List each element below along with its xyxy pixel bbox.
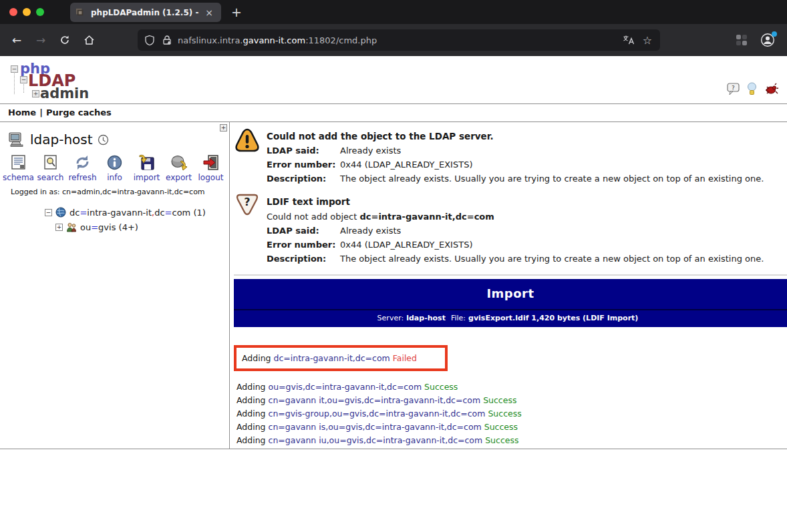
status-failed: Failed [393, 353, 417, 363]
back-button[interactable]: ← [7, 30, 27, 50]
tool-logout[interactable]: logout [196, 154, 226, 182]
entry-dn-link[interactable]: cn=gavann it,ou=gvis,dc=intra-gavann-it,… [269, 395, 481, 405]
translate-icon[interactable] [623, 35, 635, 45]
connection-lock-warning-icon[interactable] [162, 35, 172, 45]
entry-dn-link[interactable]: cn=gavann iu,ou=gvis,dc=intra-gavann-it,… [269, 435, 483, 445]
logout-icon [202, 154, 220, 171]
entry-dn-link[interactable]: cn=gvis-group,ou=gvis,dc=intra-gavann-it… [269, 409, 486, 419]
tool-search[interactable]: search [35, 154, 66, 182]
entry-dn-link[interactable]: cn=gavann is,ou=gvis,dc=intra-gavann-it,… [269, 422, 482, 432]
tool-info[interactable]: info [100, 154, 130, 182]
organizational-unit-icon [66, 222, 77, 232]
tool-label[interactable]: logout [198, 173, 224, 182]
log-row-failed: Adding dc=intra-gavann-it,dc=com Failed [242, 353, 417, 363]
ldap-error-block: Could not add the object to the LDAP ser… [234, 127, 787, 188]
home-button[interactable] [79, 30, 99, 50]
status-success: Success [485, 435, 518, 445]
tool-label[interactable]: export [166, 173, 192, 182]
question-icon: ? [236, 193, 259, 217]
server-row: ldap-host [8, 131, 229, 148]
error-field-value: 0x44 (LDAP_ALREADY_EXISTS) [340, 160, 472, 170]
report-bug-icon[interactable] [763, 83, 779, 96]
tool-label[interactable]: refresh [68, 173, 96, 182]
expand-node-icon[interactable]: + [55, 224, 63, 231]
entry-dn-link[interactable]: dc=intra-gavann-it,dc=com [274, 353, 390, 363]
phpldapadmin-logo: − − + php LDAP admin [11, 62, 144, 102]
hint-lightbulb-icon[interactable] [747, 82, 757, 97]
breadcrumb-separator: | [39, 107, 43, 117]
error-field-value: Already exists [340, 146, 401, 156]
server-name[interactable]: ldap-host [30, 131, 93, 148]
error-field-label: Description: [267, 174, 340, 184]
error-field-row: Description: The object already exists. … [267, 174, 764, 184]
breadcrumb: Home|Purge caches [0, 104, 787, 121]
bookmark-star-icon[interactable]: ☆ [643, 34, 652, 47]
error-field-row: Description: The object already exists. … [267, 254, 764, 264]
tab-favicon-icon [75, 7, 86, 17]
info-icon [106, 154, 123, 171]
tool-import[interactable]: import [132, 154, 162, 182]
browser-tab[interactable]: phpLDAPadmin (1.2.5) - × [70, 3, 221, 22]
server-tools: schema search [0, 154, 229, 182]
entry-dn-link[interactable]: ou=gvis,dc=intra-gavann-it,dc=com [269, 382, 422, 392]
status-success: Success [484, 422, 518, 432]
minimize-window-button[interactable] [23, 8, 31, 16]
error-field-label: LDAP said: [267, 146, 340, 156]
new-tab-button[interactable]: + [227, 3, 246, 22]
status-success: Success [483, 395, 516, 405]
collapse-node-icon[interactable]: − [45, 209, 52, 216]
error-field-row: LDAP said: Already exists [267, 146, 764, 156]
tool-label[interactable]: import [134, 173, 160, 182]
import-banner-title: Import [234, 279, 787, 309]
zoom-window-button[interactable] [36, 8, 44, 16]
world-icon [55, 207, 66, 218]
tree-node-label[interactable]: ou=gvis (4+) [80, 222, 138, 232]
help-icon[interactable]: ? [727, 83, 741, 96]
phpldapadmin-page: − − + php LDAP admin ? Home| [0, 56, 787, 449]
error-field-row: LDAP said: Already exists [267, 226, 764, 236]
import-icon [138, 154, 156, 171]
home-link[interactable]: Home [8, 107, 36, 117]
url-path: :11802/cmd.php [305, 35, 377, 45]
tab-title: phpLDAPadmin (1.2.5) - [91, 8, 202, 17]
window-controls[interactable] [9, 8, 44, 16]
logged-in-status: Logged in as: cn=admin,dc=intra-gavann-i… [11, 188, 229, 196]
url-text[interactable]: nafslinux.intra.gavann-it.com:11802/cmd.… [178, 35, 623, 45]
url-bar[interactable]: nafslinux.intra.gavann-it.com:11802/cmd.… [138, 29, 660, 51]
file-value: gvisExport.ldif 1,420 bytes (LDIF Import… [468, 314, 638, 322]
tree-node-root[interactable]: − dc=intra-gavann-it,dc=com (1) [45, 207, 229, 218]
tree-node-ou-gvis[interactable]: + ou=gvis (4+) [55, 222, 229, 232]
reload-icon [59, 35, 70, 45]
import-banner: Import Server:ldap-hostFile:gvisExport.l… [234, 279, 787, 327]
purge-caches-link[interactable]: Purge caches [46, 107, 112, 117]
tab-close-icon[interactable]: × [202, 7, 216, 18]
page-masthead: − − + php LDAP admin ? [0, 56, 787, 103]
close-window-button[interactable] [9, 8, 17, 16]
home-icon [84, 35, 95, 45]
extensions-icon[interactable] [736, 35, 747, 45]
svg-text:?: ? [244, 196, 250, 208]
tool-label[interactable]: info [107, 173, 122, 182]
tool-label[interactable]: search [37, 173, 64, 182]
session-clock-icon [98, 134, 109, 146]
tree-node-label[interactable]: dc=intra-gavann-it,dc=com (1) [69, 208, 206, 218]
tool-refresh[interactable]: refresh [67, 154, 98, 182]
log-row-success: Adding cn=gavann is,ou=gvis,dc=intra-gav… [237, 422, 787, 432]
import-log: Adding ou=gvis,dc=intra-gavann-it,dc=com… [234, 382, 787, 445]
url-host: gavann-it.com [243, 35, 305, 45]
failed-entry-annotation: Adding dc=intra-gavann-it,dc=com Failed [234, 345, 448, 371]
tool-export[interactable]: export [164, 154, 194, 182]
export-icon [170, 154, 188, 171]
status-success: Success [424, 382, 458, 392]
tool-schema[interactable]: schema [3, 154, 34, 182]
tool-label[interactable]: schema [3, 173, 34, 182]
error-field-value: The object already exists. Usually you a… [340, 254, 764, 264]
sidebar-collapse-toggle[interactable]: + [220, 124, 227, 131]
import-banner-subtitle: Server:ldap-hostFile:gvisExport.ldif 1,4… [234, 309, 787, 327]
log-row-success: Adding cn=gvis-group,ou=gvis,dc=intra-ga… [237, 409, 787, 419]
account-button[interactable] [760, 33, 775, 47]
forward-button[interactable]: → [31, 30, 51, 50]
log-row-success: Adding cn=gavann it,ou=gvis,dc=intra-gav… [237, 395, 787, 405]
reload-button[interactable] [55, 30, 75, 50]
browser-toolbar: ← → nafslinux.intra.gavann-it.com:11802/… [0, 24, 787, 56]
